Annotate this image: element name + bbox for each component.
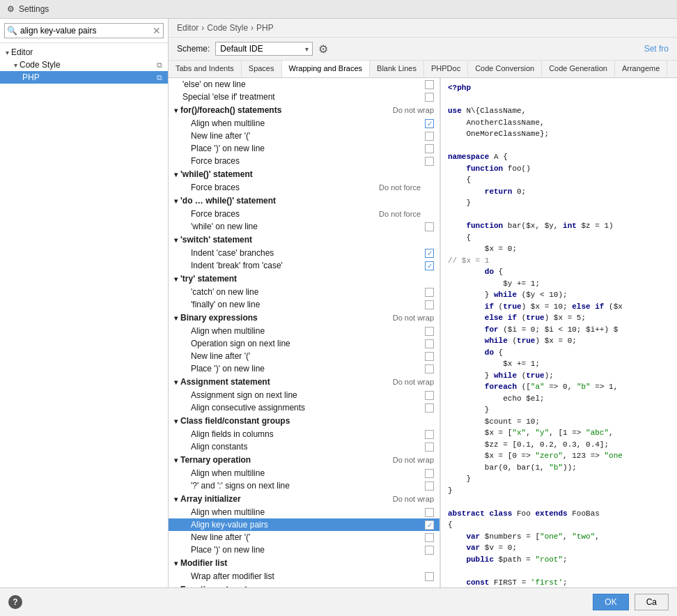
- binary-newline-after-paren-checkbox[interactable]: [425, 352, 434, 361]
- scheme-row: Scheme: Default IDE ⚙ Set fro: [169, 38, 677, 61]
- array-place-paren-checkbox[interactable]: [425, 546, 434, 555]
- switch-header[interactable]: ▾ 'switch' statement: [169, 233, 439, 247]
- ternary-signs-checkbox[interactable]: [425, 482, 434, 491]
- cancel-button[interactable]: Ca: [635, 594, 669, 610]
- list-item[interactable]: Indent 'case' branches: [169, 247, 439, 259]
- list-item[interactable]: Align when multiline: [169, 506, 439, 518]
- breadcrumb-editor: Editor: [177, 23, 199, 33]
- tab-code-conversion[interactable]: Code Conversion: [468, 61, 542, 77]
- settings-tree: ▾ Editor ▾ Code Style ⧉ PHP ⧉ ➔: [0, 43, 168, 587]
- function-return-header[interactable]: ▾ Function return type: [169, 583, 439, 587]
- catch-newline-checkbox[interactable]: [425, 288, 434, 297]
- scheme-gear-button[interactable]: ⚙: [318, 43, 328, 56]
- ok-button[interactable]: OK: [593, 594, 628, 610]
- tab-arrangement[interactable]: Arrangeme: [615, 61, 667, 77]
- align-key-value-pairs-row[interactable]: ➔ Align key-value pairs: [169, 518, 439, 531]
- for-align-multiline-checkbox[interactable]: [425, 119, 434, 128]
- chevron-icon: ▾: [174, 197, 178, 205]
- chevron-icon: ▾: [174, 560, 178, 567]
- list-item[interactable]: Place ')' on new line: [169, 544, 439, 556]
- list-item[interactable]: Force braces Do not force: [169, 181, 439, 194]
- binary-align-multiline-checkbox[interactable]: [425, 327, 434, 336]
- while-header[interactable]: ▾ 'while()' statement: [169, 167, 439, 181]
- list-item[interactable]: Force braces: [169, 155, 439, 167]
- scheme-select[interactable]: Default IDE: [215, 42, 313, 56]
- tab-phpdoc[interactable]: PHPDoc: [424, 61, 468, 77]
- search-box: 🔍 ✕: [0, 19, 168, 43]
- for-newline-after-paren-checkbox[interactable]: [425, 132, 434, 141]
- list-item[interactable]: Align when multiline: [169, 467, 439, 479]
- do-while-header[interactable]: ▾ 'do … while()' statement: [169, 194, 439, 208]
- list-item[interactable]: Indent 'break' from 'case': [169, 259, 439, 272]
- ternary-header[interactable]: ▾ Ternary operation Do not wrap: [169, 453, 439, 467]
- for-force-braces-checkbox[interactable]: [425, 157, 434, 166]
- copy-icon-php: ⧉: [157, 73, 162, 82]
- align-constants-checkbox[interactable]: [425, 442, 434, 452]
- list-item[interactable]: New line after '(': [169, 130, 439, 142]
- list-item[interactable]: Align consecutive assignments: [169, 401, 439, 414]
- list-item[interactable]: Wrap after modifier list: [169, 570, 439, 583]
- tab-blank-lines[interactable]: Blank Lines: [370, 61, 424, 77]
- list-item[interactable]: 'catch' on new line: [169, 286, 439, 298]
- modifier-list-header[interactable]: ▾ Modifier list: [169, 556, 439, 570]
- scheme-select-wrap: Default IDE: [215, 42, 313, 56]
- editor-tree-item[interactable]: Editor: [11, 47, 33, 57]
- array-align-multiline-checkbox[interactable]: [425, 508, 434, 517]
- list-item[interactable]: Place ')' on new line: [169, 362, 439, 375]
- list-item[interactable]: Assignment sign on next line: [169, 389, 439, 401]
- array-init-header[interactable]: ▾ Array initializer Do not wrap: [169, 492, 439, 506]
- bottom-bar: ? OK Ca: [0, 587, 677, 616]
- list-item[interactable]: Align when multiline: [169, 325, 439, 337]
- assignment-header[interactable]: ▾ Assignment statement Do not wrap: [169, 375, 439, 389]
- indent-break-checkbox[interactable]: [425, 261, 434, 270]
- tab-code-generation[interactable]: Code Generation: [542, 61, 615, 77]
- tab-spaces[interactable]: Spaces: [242, 61, 282, 77]
- list-item[interactable]: Operation sign on next line: [169, 337, 439, 350]
- chevron-icon: ▾: [174, 456, 178, 464]
- list-item[interactable]: Align fields in columns: [169, 428, 439, 440]
- list-item[interactable]: 'else' on new line: [169, 78, 439, 91]
- list-item[interactable]: Force braces Do not force: [169, 208, 439, 220]
- binary-expr-header[interactable]: ▾ Binary expressions Do not wrap: [169, 311, 439, 325]
- finally-newline-checkbox[interactable]: [425, 300, 434, 309]
- help-button[interactable]: ?: [8, 595, 22, 609]
- search-clear-button[interactable]: ✕: [153, 25, 161, 36]
- align-consecutive-checkbox[interactable]: [425, 403, 434, 413]
- binary-place-paren-checkbox[interactable]: [425, 364, 434, 374]
- list-item[interactable]: Place ')' on new line: [169, 142, 439, 155]
- list-item[interactable]: '?' and ':' signs on next line: [169, 479, 439, 492]
- chevron-icon: ▾: [174, 314, 178, 322]
- for-foreach-header[interactable]: ▾ for()/foreach() statements Do not wrap: [169, 103, 439, 117]
- else-if-treatment-checkbox[interactable]: [425, 93, 434, 102]
- class-field-header[interactable]: ▾ Class field/constant groups: [169, 414, 439, 428]
- set-from-link[interactable]: Set fro: [644, 44, 669, 54]
- tab-tabs-and-indents[interactable]: Tabs and Indents: [169, 61, 242, 77]
- list-item[interactable]: 'finally' on new line: [169, 298, 439, 311]
- align-key-value-checkbox[interactable]: [425, 521, 434, 530]
- php-tree-item[interactable]: PHP ⧉ ➔: [0, 71, 168, 84]
- for-place-paren-newline-checkbox[interactable]: [425, 144, 434, 153]
- indent-case-checkbox[interactable]: [425, 249, 434, 258]
- list-item[interactable]: New line after '(': [169, 350, 439, 362]
- align-fields-checkbox[interactable]: [425, 430, 434, 439]
- try-header[interactable]: ▾ 'try' statement: [169, 272, 439, 286]
- search-input[interactable]: [4, 23, 164, 38]
- chevron-icon: ▾: [174, 171, 178, 178]
- tab-wrapping-and-braces[interactable]: Wrapping and Braces: [282, 61, 371, 77]
- else-on-new-line-checkbox[interactable]: [425, 80, 434, 89]
- code-style-tree-item[interactable]: Code Style: [20, 60, 61, 70]
- right-panel: Editor › Code Style › PHP Scheme: Defaul…: [169, 19, 677, 587]
- do-while-newline-checkbox[interactable]: [425, 222, 434, 231]
- search-icon: 🔍: [7, 26, 17, 36]
- assign-sign-nextline-checkbox[interactable]: [425, 391, 434, 400]
- array-newline-after-paren-checkbox[interactable]: [425, 533, 434, 542]
- list-item[interactable]: Special 'else if' treatment: [169, 91, 439, 103]
- list-item[interactable]: 'while' on new line: [169, 220, 439, 233]
- list-item[interactable]: New line after '(': [169, 531, 439, 544]
- op-sign-nextline-checkbox[interactable]: [425, 339, 434, 348]
- tabs-row: Tabs and Indents Spaces Wrapping and Bra…: [169, 61, 677, 78]
- wrap-modifier-checkbox[interactable]: [425, 572, 434, 581]
- list-item[interactable]: Align when multiline: [169, 117, 439, 130]
- ternary-align-checkbox[interactable]: [425, 469, 434, 478]
- list-item[interactable]: Align constants: [169, 440, 439, 453]
